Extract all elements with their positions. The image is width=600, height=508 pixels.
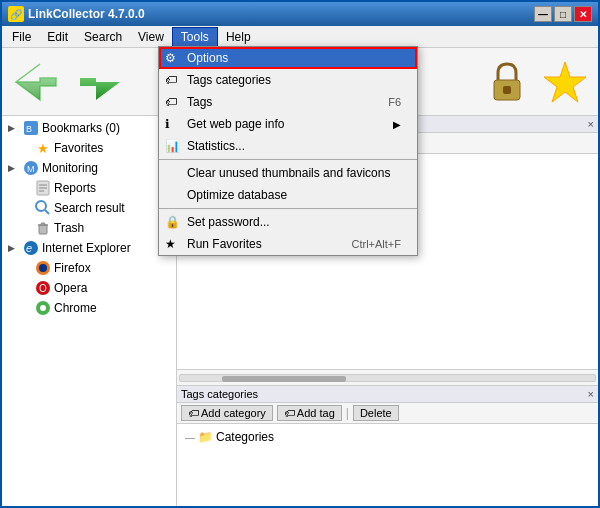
menu-bar: File Edit Search View Tools Help (2, 26, 598, 48)
expand-icon: ▶ (8, 243, 20, 253)
menu-optimize-db[interactable]: Optimize database (159, 184, 417, 206)
menu-tags[interactable]: 🏷 Tags F6 (159, 91, 417, 113)
title-bar-left: 🔗 LinkCollector 4.7.0.0 (8, 6, 145, 22)
tags-categories-label: Tags categories (181, 388, 258, 400)
svg-rect-16 (39, 225, 47, 234)
add-icon: 🏷 (188, 407, 199, 419)
add-tag-button[interactable]: 🏷 Add tag (277, 405, 342, 421)
tags-label: Tags (187, 95, 212, 109)
bookmarks-icon: B (23, 120, 39, 136)
set-password-label: Set password... (187, 215, 270, 229)
clear-thumbnails-label: Clear unused thumbnails and favicons (187, 166, 390, 180)
window-controls: — □ ✕ (534, 6, 592, 22)
svg-text:e: e (26, 242, 32, 254)
trash-icon (35, 220, 51, 236)
svg-point-22 (39, 264, 47, 272)
ie-icon: e (23, 240, 39, 256)
menu-tags-categories[interactable]: 🏷 Tags categories (159, 69, 417, 91)
tags-shortcut: F6 (388, 96, 401, 108)
sidebar-item-opera[interactable]: O Opera (4, 278, 174, 298)
bottom-panel-toolbar: 🏷 Add category 🏷 Add tag | Delete (177, 403, 598, 424)
search-result-icon (35, 200, 51, 216)
back-arrow-icon (12, 60, 60, 104)
tag-icon: 🏷 (284, 407, 295, 419)
sidebar-item-reports[interactable]: Reports (4, 178, 174, 198)
sidebar-item-chrome[interactable]: Chrome (4, 298, 174, 318)
tag-icon-menu: 🏷 (165, 95, 177, 109)
back-button[interactable] (6, 58, 66, 106)
svg-text:B: B (26, 124, 32, 134)
svg-text:O: O (39, 283, 47, 294)
sidebar-item-monitoring[interactable]: ▶ M Monitoring (4, 158, 174, 178)
bottom-delete-button[interactable]: Delete (353, 405, 399, 421)
bottom-panel: Tags categories × 🏷 Add category 🏷 Add t… (177, 386, 598, 506)
menu-search[interactable]: Search (76, 28, 130, 46)
submenu-arrow-icon: ▶ (393, 119, 401, 130)
sidebar: ▶ B Bookmarks (0) ★ Favorites ▶ M Monito… (2, 116, 177, 506)
chrome-icon (35, 300, 51, 316)
minimize-button[interactable]: — (534, 6, 552, 22)
maximize-button[interactable]: □ (554, 6, 572, 22)
forward-arrow-icon (76, 60, 124, 104)
delete-label: Delete (360, 407, 392, 419)
menu-help[interactable]: Help (218, 28, 259, 46)
folder-orange-icon: 📁 (198, 430, 213, 444)
sidebar-item-ie[interactable]: ▶ e Internet Explorer (4, 238, 174, 258)
svg-text:M: M (27, 164, 35, 174)
sidebar-item-bookmarks[interactable]: ▶ B Bookmarks (0) (4, 118, 174, 138)
run-favorites-icon: ★ (165, 237, 176, 251)
sidebar-item-favorites[interactable]: ★ Favorites (4, 138, 174, 158)
sidebar-item-search-result[interactable]: Search result (4, 198, 174, 218)
scrollbar[interactable] (179, 374, 596, 382)
info-icon: ℹ (165, 117, 170, 131)
menu-statistics[interactable]: 📊 Statistics... (159, 135, 417, 157)
add-category-button[interactable]: 🏷 Add category (181, 405, 273, 421)
bottom-panel-header: Tags categories × (177, 386, 598, 403)
menu-edit[interactable]: Edit (39, 28, 76, 46)
sidebar-item-firefox[interactable]: Firefox (4, 258, 174, 278)
favorites-label: Favorites (54, 141, 103, 155)
menu-get-web-page-info[interactable]: ℹ Get web page info ▶ (159, 113, 417, 135)
bookmarks-label: Bookmarks (0) (42, 121, 120, 135)
tree-dash-icon: — (185, 432, 195, 443)
svg-marker-5 (544, 62, 586, 102)
opera-label: Opera (54, 281, 87, 295)
scrollbar-area (177, 369, 598, 385)
forward-button[interactable] (70, 58, 130, 106)
categories-root[interactable]: — 📁 Categories (181, 428, 594, 446)
title-bar: 🔗 LinkCollector 4.7.0.0 — □ ✕ (2, 2, 598, 26)
menu-tools[interactable]: Tools (172, 27, 218, 47)
close-button[interactable]: ✕ (574, 6, 592, 22)
svg-rect-4 (503, 86, 511, 94)
run-favorites-label: Run Favorites (187, 237, 262, 251)
reports-icon (35, 180, 51, 196)
menu-view[interactable]: View (130, 28, 172, 46)
svg-marker-2 (80, 64, 120, 100)
lock-icon-toolbar (482, 58, 532, 106)
gear-icon: ⚙ (165, 51, 176, 65)
reports-label: Reports (54, 181, 96, 195)
bottom-panel-close[interactable]: × (588, 388, 594, 400)
monitoring-icon: M (23, 160, 39, 176)
top-panel-close[interactable]: × (588, 118, 594, 130)
star-icon (542, 60, 588, 104)
separator-2 (159, 208, 417, 209)
star-icon-toolbar (536, 58, 594, 106)
search-result-label: Search result (54, 201, 125, 215)
menu-set-password[interactable]: 🔒 Set password... (159, 211, 417, 233)
menu-clear-thumbnails[interactable]: Clear unused thumbnails and favicons (159, 162, 417, 184)
trash-label: Trash (54, 221, 84, 235)
expand-icon: ▶ (8, 123, 20, 133)
menu-options[interactable]: ⚙ Options (159, 47, 417, 69)
stats-icon: 📊 (165, 139, 180, 153)
menu-file[interactable]: File (4, 28, 39, 46)
chrome-label: Chrome (54, 301, 97, 315)
svg-point-14 (36, 201, 46, 211)
menu-run-favorites[interactable]: ★ Run Favorites Ctrl+Alt+F (159, 233, 417, 255)
svg-rect-18 (41, 223, 45, 225)
categories-tree: — 📁 Categories (177, 424, 598, 506)
sidebar-item-trash[interactable]: Trash (4, 218, 174, 238)
statistics-label: Statistics... (187, 139, 245, 153)
options-label: Options (187, 51, 228, 65)
separator-1 (159, 159, 417, 160)
